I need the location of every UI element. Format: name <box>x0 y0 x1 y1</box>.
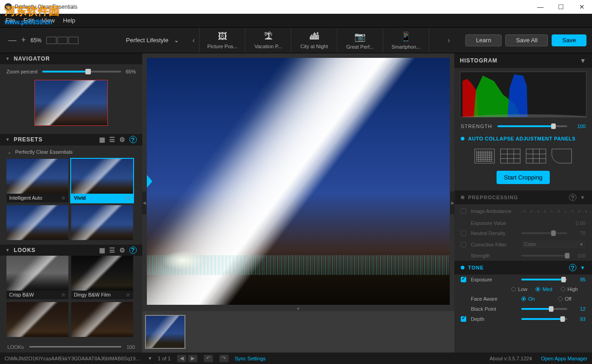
maximize-button[interactable]: ☐ <box>551 0 571 14</box>
cat-city-night[interactable]: 🏙City at Night <box>291 28 337 53</box>
look-crisp-bw[interactable]: Crisp B&W☆ <box>6 256 68 299</box>
sync-settings-link[interactable]: Sync Settings <box>235 356 266 361</box>
crop-grid-option[interactable] <box>475 149 495 163</box>
crop-quarters-option[interactable] <box>526 149 546 163</box>
star-icon[interactable]: ☆ <box>61 292 66 298</box>
top-toolbar: — + 65% Perfect Lifestyle ⌄ ‹ 🖼Picture P… <box>0 28 592 53</box>
face-aware-label: Face Aware <box>471 296 517 302</box>
crop-thirds-option[interactable] <box>500 149 520 163</box>
filmstrip-toggle[interactable]: ▼ <box>142 307 454 311</box>
cf-dropdown[interactable]: Color▾ <box>521 241 586 248</box>
exposure-low-radio[interactable]: Low <box>511 286 527 292</box>
menu-help[interactable]: Help <box>63 17 75 24</box>
black-point-slider[interactable] <box>521 308 567 310</box>
star-icon[interactable]: ☆ <box>61 195 66 201</box>
navigator-preview[interactable] <box>34 80 108 126</box>
preprocessing-header[interactable]: PREPROCESSING ?▼ <box>454 190 592 204</box>
save-button[interactable]: Save <box>552 34 586 46</box>
save-all-button[interactable]: Save All <box>505 34 548 46</box>
cat-vacation[interactable]: 🏝Vacation P... <box>245 28 291 53</box>
exposure-high-radio[interactable]: High <box>561 286 578 292</box>
filmstrip <box>142 311 454 353</box>
categories-next[interactable]: › <box>443 36 454 45</box>
menu-view[interactable]: View <box>42 17 55 24</box>
auto-collapse-toggle[interactable]: AUTO COLLAPSE ADJUSTMENT PANELS <box>454 131 592 146</box>
menu-edit[interactable]: Edit <box>23 17 34 24</box>
exposure-slider[interactable] <box>521 279 567 280</box>
cf-checkbox[interactable] <box>461 242 466 247</box>
look-item[interactable] <box>71 302 133 337</box>
help-icon[interactable]: ? <box>569 194 576 201</box>
next-button[interactable]: ▶ <box>188 355 197 362</box>
grid-view-icon[interactable]: ▦ <box>99 246 106 254</box>
zoom-slider[interactable] <box>42 71 121 73</box>
depth-checkbox[interactable] <box>461 316 466 322</box>
zoom-in-button[interactable]: + <box>21 35 26 45</box>
preset-dropdown[interactable]: Perfect Lifestyle ⌄ <box>92 37 188 44</box>
center-panel: ◀ ▶ ▼ <box>142 53 454 353</box>
cat-great-perf[interactable]: 📷Great Perf... <box>337 28 383 53</box>
gear-icon[interactable]: ⚙ <box>119 246 126 254</box>
prev-button[interactable]: ◀ <box>177 355 186 362</box>
preset-vivid[interactable]: Vivid☆ <box>71 159 133 202</box>
view-single-icon[interactable] <box>46 37 56 44</box>
help-icon[interactable]: ? <box>569 264 576 271</box>
menu-file[interactable]: File <box>6 17 15 24</box>
pre-strength-slider[interactable] <box>521 255 567 257</box>
minimize-button[interactable]: — <box>530 0 551 14</box>
ambulance-checkbox[interactable] <box>461 208 466 214</box>
help-icon[interactable]: ? <box>129 246 137 254</box>
open-apps-manager-link[interactable]: Open Apps Manager <box>541 356 587 361</box>
crop-golden-option[interactable] <box>552 149 572 163</box>
exposure-value: 95 <box>572 277 586 282</box>
list-view-icon[interactable]: ☰ <box>109 246 116 254</box>
preset-item[interactable] <box>71 205 133 240</box>
collapse-icon: ▼ <box>6 248 10 252</box>
star-icon[interactable]: ☆ <box>126 292 130 298</box>
tone-header[interactable]: TONE ?▼ <box>454 261 592 274</box>
cat-smartphone[interactable]: 📱Smartphon... <box>383 28 429 53</box>
exposure-checkbox[interactable] <box>461 277 466 282</box>
exposure-med-radio[interactable]: Med <box>536 286 552 292</box>
grid-view-icon[interactable]: ▦ <box>99 136 106 143</box>
navigator-header[interactable]: ▼ NAVIGATOR <box>0 53 142 64</box>
help-icon[interactable]: ? <box>129 136 137 143</box>
depth-slider[interactable] <box>521 318 567 320</box>
black-point-label: Black Point <box>471 306 517 312</box>
collapse-icon: ▼ <box>6 137 10 142</box>
exposure-label: Exposure <box>471 277 517 282</box>
preset-group[interactable]: Perfectly Clear Essentials <box>0 146 142 159</box>
looks-header[interactable]: ▼ LOOKS ▦ ☰ ⚙ ? <box>0 245 142 256</box>
cat-sport[interactable]: ⚽Sport... <box>429 28 443 53</box>
preset-intelligent-auto[interactable]: Intelligent Auto☆ <box>6 159 68 202</box>
close-button[interactable]: ✕ <box>571 0 592 14</box>
categories-prev[interactable]: ‹ <box>188 36 199 45</box>
look-item[interactable] <box>6 302 68 337</box>
view-side-icon[interactable] <box>68 37 78 44</box>
histogram-header[interactable]: HISTOGRAM ▼ <box>454 53 592 68</box>
rotate-left-icon[interactable]: ↶ <box>204 355 213 362</box>
view-split-icon[interactable] <box>57 37 67 44</box>
star-icon[interactable]: ☆ <box>126 195 130 201</box>
list-view-icon[interactable]: ☰ <box>109 136 116 143</box>
look-dingy-bw[interactable]: Dingy B&W Film☆ <box>71 256 133 299</box>
preset-item[interactable] <box>6 205 68 240</box>
nd-checkbox[interactable] <box>461 230 466 236</box>
strength-slider[interactable] <box>497 125 567 127</box>
cat-picture-postcard[interactable]: 🖼Picture Pos... <box>199 28 245 53</box>
zoom-out-button[interactable]: — <box>8 35 17 45</box>
image-viewport[interactable] <box>147 58 450 305</box>
collapse-left-tab[interactable]: ◀ <box>142 191 146 214</box>
rotate-right-icon[interactable]: ↷ <box>219 355 229 362</box>
filmstrip-thumb[interactable] <box>145 315 185 349</box>
face-aware-off-radio[interactable]: Off <box>558 296 571 302</box>
presets-header[interactable]: ▼ PRESETS ▦ ☰ ⚙ ? <box>0 134 142 145</box>
gear-icon[interactable]: ⚙ <box>119 136 126 143</box>
learn-button[interactable]: Learn <box>465 34 502 46</box>
about-version: About v:3.5.7.1224 <box>490 356 532 361</box>
strength-value: 100 <box>572 123 586 129</box>
nd-slider[interactable] <box>521 232 567 234</box>
looks-strength-slider[interactable] <box>29 346 121 347</box>
face-aware-on-radio[interactable]: On <box>521 296 535 302</box>
start-cropping-button[interactable]: Start Cropping <box>497 171 550 184</box>
